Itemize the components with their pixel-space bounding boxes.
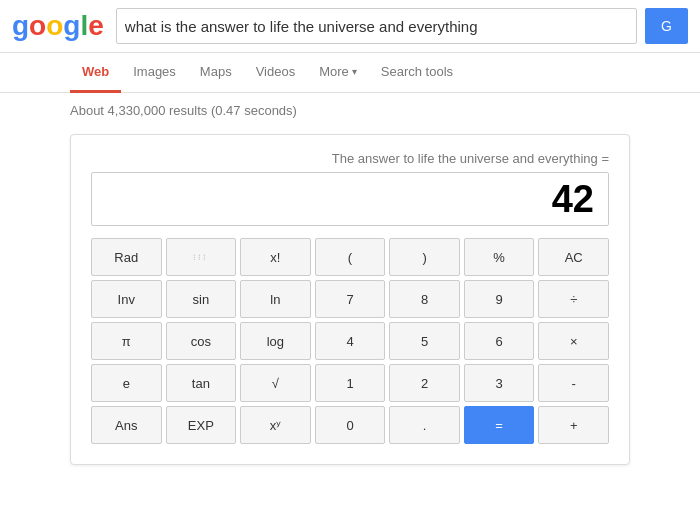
calc-btn--[interactable]: π	[91, 322, 162, 360]
calc-display-value: 42	[552, 178, 594, 221]
search-input[interactable]	[125, 18, 628, 35]
calc-btn--[interactable]: )	[389, 238, 460, 276]
calc-btn--[interactable]: =	[464, 406, 535, 444]
calc-btn-Rad[interactable]: Rad	[91, 238, 162, 276]
calc-btn-2[interactable]: 2	[389, 364, 460, 402]
logo-letter-g: g	[12, 10, 29, 41]
tab-more-label: More	[319, 64, 349, 79]
search-button[interactable]: G	[645, 8, 688, 44]
calc-btn--[interactable]: +	[538, 406, 609, 444]
calc-btn-9[interactable]: 9	[464, 280, 535, 318]
calc-btn--[interactable]: -	[538, 364, 609, 402]
calc-btn-3[interactable]: 3	[464, 364, 535, 402]
tab-more[interactable]: More ▾	[307, 53, 369, 93]
calc-btn--[interactable]: (	[315, 238, 386, 276]
calc-btn-e[interactable]: e	[91, 364, 162, 402]
google-logo: google	[12, 10, 104, 42]
calc-btn--[interactable]: ÷	[538, 280, 609, 318]
results-count: About 4,330,000 results (0.47 seconds)	[0, 93, 700, 126]
logo-letter-g2: g	[63, 10, 80, 41]
nav-tabs: Web Images Maps Videos More ▾ Search too…	[0, 53, 700, 93]
calc-btn-sin[interactable]: sin	[166, 280, 237, 318]
tab-maps[interactable]: Maps	[188, 53, 244, 93]
tab-videos[interactable]: Videos	[244, 53, 308, 93]
calc-btn--[interactable]: ⁝⁝⁝	[166, 238, 237, 276]
calc-btn-Ans[interactable]: Ans	[91, 406, 162, 444]
calc-btn--[interactable]: √	[240, 364, 311, 402]
calc-button-grid: Rad⁝⁝⁝x!()%ACInvsinln789÷πcoslog456×etan…	[91, 238, 609, 444]
calc-btn-x-[interactable]: xʸ	[240, 406, 311, 444]
more-arrow-icon: ▾	[352, 66, 357, 77]
tab-images[interactable]: Images	[121, 53, 188, 93]
search-bar	[116, 8, 637, 44]
calculator-card: The answer to life the universe and ever…	[70, 134, 630, 465]
calc-btn-EXP[interactable]: EXP	[166, 406, 237, 444]
tab-web-label: Web	[82, 64, 109, 79]
calc-equation: The answer to life the universe and ever…	[91, 151, 609, 166]
calc-btn-cos[interactable]: cos	[166, 322, 237, 360]
calc-btn-Inv[interactable]: Inv	[91, 280, 162, 318]
tab-search-tools[interactable]: Search tools	[369, 53, 465, 93]
calc-btn-0[interactable]: 0	[315, 406, 386, 444]
calc-btn-7[interactable]: 7	[315, 280, 386, 318]
calc-btn--[interactable]: .	[389, 406, 460, 444]
results-count-text: About 4,330,000 results (0.47 seconds)	[70, 103, 297, 118]
calc-btn-log[interactable]: log	[240, 322, 311, 360]
tab-maps-label: Maps	[200, 64, 232, 79]
calc-btn-tan[interactable]: tan	[166, 364, 237, 402]
calc-btn-5[interactable]: 5	[389, 322, 460, 360]
calc-display: 42	[91, 172, 609, 226]
calc-btn--[interactable]: %	[464, 238, 535, 276]
header: google G	[0, 0, 700, 53]
calc-btn-x-[interactable]: x!	[240, 238, 311, 276]
logo-letter-e: e	[88, 10, 104, 41]
logo-letter-o1: o	[29, 10, 46, 41]
calc-btn-4[interactable]: 4	[315, 322, 386, 360]
calc-btn-6[interactable]: 6	[464, 322, 535, 360]
calc-btn-ln[interactable]: ln	[240, 280, 311, 318]
calc-btn--[interactable]: ×	[538, 322, 609, 360]
logo-letter-o2: o	[46, 10, 63, 41]
calc-btn-1[interactable]: 1	[315, 364, 386, 402]
tab-videos-label: Videos	[256, 64, 296, 79]
tab-search-tools-label: Search tools	[381, 64, 453, 79]
calc-btn-AC[interactable]: AC	[538, 238, 609, 276]
tab-images-label: Images	[133, 64, 176, 79]
calc-btn-8[interactable]: 8	[389, 280, 460, 318]
tab-web[interactable]: Web	[70, 53, 121, 93]
